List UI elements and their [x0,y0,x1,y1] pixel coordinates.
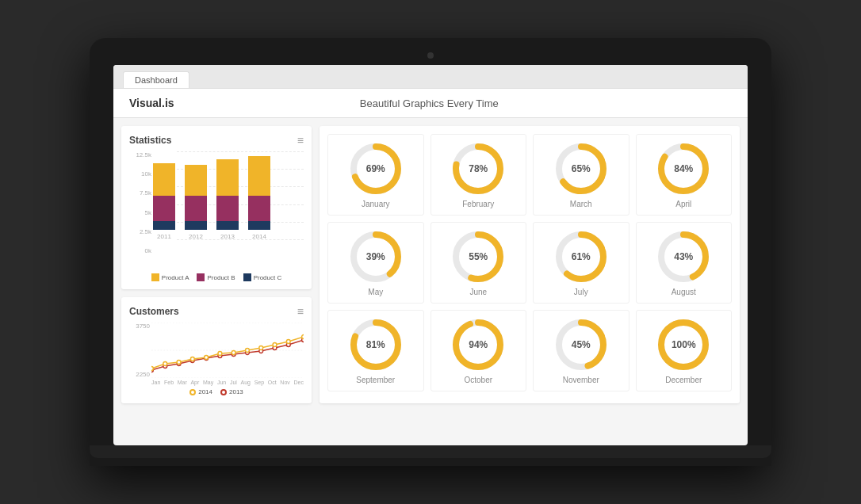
donut-cell: 84%April [636,134,733,216]
y-axis-labels: 12.5k 10k 7.5k 5k 2.5k 0k [129,151,151,254]
donut-container: 45% [553,317,609,372]
donut-cell: 69%January [327,134,424,216]
bar-group: 2013 [216,159,239,240]
donut-label: June [469,288,487,296]
legend-product-c: Product C [243,273,282,281]
bar-stack [153,163,175,230]
svg-point-18 [190,357,194,361]
donut-container: 65% [553,141,609,197]
customers-card: Customers ≡ 3750 2250 [121,297,312,403]
header-bar: Visual.is Beautiful Graphics Every Time [113,89,748,118]
donut-label: December [665,376,702,384]
legend-2013: 2013 [220,388,243,395]
svg-point-20 [218,352,222,356]
donut-label: January [362,200,390,208]
customers-title: Customers [129,306,179,317]
donut-label: April [675,200,691,208]
donut-cell: 100%December [636,310,733,391]
donut-percent: 69% [366,163,385,174]
svg-point-24 [273,343,277,347]
customers-menu-icon[interactable]: ≡ [297,305,304,318]
donut-container: 78% [450,141,506,197]
donut-grid: 69%January78%February65%March84%April39%… [327,134,732,391]
svg-point-22 [246,349,250,353]
statistics-card: Statistics ≡ 12.5k 10k 7.5k 5k 2 [121,126,312,289]
brand-name: Visual.is [129,97,174,109]
donut-percent: 55% [469,251,488,262]
svg-point-16 [163,362,167,366]
svg-point-15 [151,367,153,371]
donut-container: 39% [348,229,404,284]
bar-stack [248,156,270,230]
donut-container: 69% [348,141,404,197]
donut-cell: 65%March [533,134,629,216]
donut-label: July [574,288,588,296]
donut-percent: 45% [572,339,591,350]
tab-dashboard[interactable]: Dashboard [123,71,189,88]
svg-point-25 [286,340,290,344]
content-area: Statistics ≡ 12.5k 10k 7.5k 5k 2 [113,118,748,411]
donut-percent: 100% [672,339,696,350]
statistics-header: Statistics ≡ [129,134,304,147]
donut-percent: 43% [674,251,693,262]
donut-label: September [356,376,395,384]
donut-label: February [462,200,494,208]
donut-cell: 78%February [430,134,527,216]
bar-group: 2011 [153,163,175,240]
tab-bar: Dashboard [113,65,748,89]
bars-container: 2011201220132014 [153,151,304,254]
donut-label: October [464,376,492,384]
donut-container: 84% [656,141,711,197]
right-panel: 69%January78%February65%March84%April39%… [320,126,740,403]
svg-point-19 [205,356,209,360]
donut-cell: 94%October [430,310,527,391]
svg-point-21 [232,351,235,355]
dashboard: Dashboard Visual.is Beautiful Graphics E… [113,65,748,445]
donut-cell: 43%August [636,222,733,304]
donut-percent: 39% [366,251,385,262]
donut-container: 81% [348,317,404,372]
screen: Dashboard Visual.is Beautiful Graphics E… [113,65,748,445]
bar-stack [216,159,239,230]
customers-header: Customers ≡ [129,305,304,318]
svg-point-17 [177,361,181,365]
customers-chart [151,323,304,378]
donut-cell: 61%July [533,222,629,304]
donut-cell: 81%September [327,310,424,391]
bar-stack [185,165,207,230]
donut-container: 100% [656,317,711,372]
header-title: Beautiful Graphics Every Time [360,97,499,109]
legend-2014: 2014 [189,388,212,395]
svg-point-23 [259,346,263,350]
donut-label: November [563,376,599,384]
bar-chart-area: 12.5k 10k 7.5k 5k 2.5k 0k [129,151,304,270]
legend-product-b: Product B [197,273,235,281]
donut-percent: 84% [674,163,693,174]
donut-container: 43% [656,229,711,284]
donut-percent: 65% [572,163,591,174]
bar-group: 2012 [185,165,207,240]
donut-container: 61% [553,229,609,284]
statistics-legend: Product A Product B Product C [129,273,304,281]
donut-percent: 81% [366,339,385,350]
donut-cell: 45%November [533,310,629,391]
customers-legend: 2014 2013 [129,388,304,395]
donut-label: March [570,200,592,208]
donut-container: 94% [450,317,506,372]
donut-container: 55% [450,229,506,284]
donut-label: August [672,288,696,296]
donut-percent: 94% [469,339,488,350]
donut-label: May [368,288,383,296]
donut-cell: 39%May [327,222,424,304]
donut-percent: 78% [469,163,488,174]
svg-point-26 [302,335,304,339]
bar-group: 2014 [248,156,270,240]
donut-cell: 55%June [430,222,527,304]
statistics-menu-icon[interactable]: ≡ [297,134,304,147]
left-panel: Statistics ≡ 12.5k 10k 7.5k 5k 2 [121,126,312,403]
legend-product-a: Product A [151,273,189,281]
donut-percent: 61% [572,251,591,262]
statistics-title: Statistics [129,135,171,146]
